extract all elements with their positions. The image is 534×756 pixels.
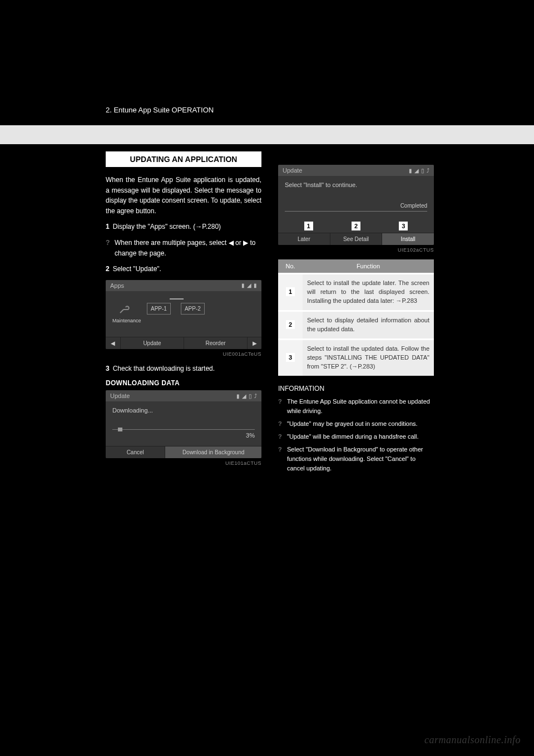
- callout-3-icon: 3: [399, 222, 408, 230]
- screenshot-downloading-id: UIE101aCTUS: [106, 460, 261, 466]
- status-icons: ▮ ◢ ▯ ⤴: [409, 168, 429, 174]
- progress-bar: [112, 429, 255, 430]
- screenshot-downloading-titlebar: Update ▮ ◢ ▯ ⤴: [106, 390, 261, 401]
- step-2-text: Select "Update".: [113, 264, 261, 274]
- left-column: UPDATING AN APPLICATION When the Entune …: [106, 151, 261, 477]
- breadcrumb: 2. Entune App Suite OPERATION: [106, 106, 214, 114]
- apps-reorder-button[interactable]: Reorder: [184, 337, 247, 349]
- lock-icon: ▯: [421, 168, 424, 174]
- info-bullet-1: ? The Entune App Suite application canno…: [278, 397, 434, 416]
- bullet-icon: ?: [278, 397, 284, 416]
- app-tile-maintenance[interactable]: Maintenance: [112, 303, 137, 323]
- install-bottom-bar: Later See Detail Install: [278, 233, 434, 245]
- bullet-icon: ?: [278, 445, 284, 473]
- screenshot-apps-titlebar: Apps ▮ ◢ ▮: [106, 280, 261, 291]
- cancel-button[interactable]: Cancel: [106, 446, 165, 458]
- back-icon[interactable]: ⤴: [254, 393, 257, 399]
- signal-icon: ◢: [242, 393, 246, 399]
- callout-1-icon: 1: [304, 222, 313, 230]
- row-1-icon: 1: [286, 287, 295, 296]
- apps-bottom-bar: ◀ Update Reorder ▶: [106, 337, 261, 349]
- header-bar: [0, 92, 534, 125]
- row-3-icon: 3: [286, 353, 295, 362]
- function-table: No. Function 1 Select to install the upd…: [278, 259, 434, 376]
- row-1-text: Select to install the update later. The …: [303, 274, 434, 311]
- table-row: 1 Select to install the update later. Th…: [278, 274, 434, 311]
- content: UPDATING AN APPLICATION When the Entune …: [106, 151, 434, 477]
- row-2-text: Select to display detailed information a…: [303, 311, 434, 339]
- header-no: No.: [278, 259, 303, 274]
- step-3: 3 Check that downloading is started.: [106, 364, 261, 374]
- info-2-text: "Update" may be grayed out in some condi…: [287, 419, 418, 429]
- bullet-multiple-pages: ? When there are multiple pages, select …: [106, 238, 261, 258]
- function-table-header: No. Function: [278, 259, 434, 274]
- downloading-subhead: DOWNLOADING DATA: [106, 379, 261, 387]
- information-bullets: ? The Entune App Suite application canno…: [278, 397, 434, 473]
- apps-prev-button[interactable]: ◀: [106, 337, 120, 349]
- battery-icon: ▮: [236, 393, 240, 399]
- tab-indicator: [170, 297, 197, 300]
- information-heading: INFORMATION: [278, 385, 434, 392]
- bullet-text: When there are multiple pages, select ◀ …: [115, 238, 261, 258]
- right-column: Update ▮ ◢ ▯ ⤴ Select "Install" to conti…: [278, 151, 434, 477]
- later-button[interactable]: Later: [278, 233, 330, 245]
- bullet-icon: ?: [278, 432, 284, 441]
- info-bullet-2: ? "Update" may be grayed out in some con…: [278, 419, 434, 429]
- status-icons: ▮ ◢ ▯ ⤴: [236, 393, 257, 399]
- back-icon[interactable]: ⤴: [427, 168, 429, 174]
- step-3-number: 3: [106, 364, 110, 374]
- bullet-icon: ?: [106, 238, 111, 258]
- info-1-text: The Entune App Suite application cannot …: [287, 397, 434, 416]
- screenshot-apps-title: Apps: [110, 282, 124, 289]
- step-3-text: Check that downloading is started.: [113, 364, 261, 374]
- row-2-icon: 2: [286, 320, 295, 329]
- apps-next-button[interactable]: ▶: [247, 337, 261, 349]
- install-message: Select "Install" to continue.: [285, 181, 427, 188]
- app-tile-app1[interactable]: APP-1: [147, 303, 171, 315]
- header-function: Function: [303, 259, 434, 274]
- screenshot-downloading-title: Update: [110, 392, 130, 399]
- step-2-number: 2: [106, 264, 110, 274]
- screenshot-apps-id: UIE001aCTeUS: [106, 351, 261, 357]
- info-bullet-3: ? "Update" will be dimmed during a hands…: [278, 432, 434, 441]
- download-background-button[interactable]: Download in Background: [165, 446, 261, 458]
- screenshot-apps: Apps ▮ ◢ ▮: [106, 280, 261, 349]
- bullet-icon: ?: [278, 419, 284, 429]
- downloading-bottom-bar: Cancel Download in Background: [106, 446, 261, 458]
- maintenance-label: Maintenance: [112, 318, 137, 323]
- callout-2-icon: 2: [352, 222, 360, 230]
- page-number-bar: [0, 125, 534, 144]
- progress-percent: 3%: [112, 432, 255, 439]
- signal-icon: ◢: [414, 168, 419, 174]
- install-button[interactable]: Install: [382, 233, 434, 245]
- intro-text: When the Entune App Suite application is…: [106, 175, 261, 216]
- maintenance-icon: [116, 303, 133, 316]
- step-2: 2 Select "Update".: [106, 264, 261, 274]
- app-tile-app2[interactable]: APP-2: [181, 303, 205, 315]
- screenshot-install-id: UIE102aCTUS: [278, 247, 434, 253]
- apps-update-button[interactable]: Update: [120, 337, 184, 349]
- info-3-text: "Update" will be dimmed during a handsfr…: [287, 432, 419, 441]
- lock-icon: ▯: [249, 393, 252, 399]
- downloading-label: Downloading...: [112, 407, 255, 414]
- table-row: 2 Select to display detailed information…: [278, 311, 434, 339]
- section-title: UPDATING AN APPLICATION: [106, 151, 261, 167]
- battery-icon: ▮: [409, 168, 412, 174]
- watermark: carmanualsonline.info: [424, 734, 521, 746]
- screenshot-install-titlebar: Update ▮ ◢ ▯ ⤴: [278, 165, 434, 176]
- completed-line: [285, 211, 427, 212]
- battery-icon: ▮: [241, 282, 245, 288]
- info-4-text: Select "Download in Background" to opera…: [287, 445, 434, 473]
- screenshot-downloading: Update ▮ ◢ ▯ ⤴ Downloading... 3%: [106, 390, 261, 458]
- step-1-number: 1: [106, 222, 110, 232]
- screenshot-install: Update ▮ ◢ ▯ ⤴ Select "Install" to conti…: [278, 165, 434, 245]
- step-1: 1 Display the "Apps" screen. (→P.280): [106, 222, 261, 232]
- signal-icon: ◢: [247, 282, 251, 288]
- table-row: 3 Select to install the updated data. Fo…: [278, 339, 434, 375]
- see-detail-button[interactable]: See Detail: [330, 233, 382, 245]
- row-3-text: Select to install the updated data. Foll…: [303, 339, 434, 375]
- completed-label: Completed: [285, 203, 427, 209]
- info-bullet-4: ? Select "Download in Background" to ope…: [278, 445, 434, 473]
- status-icons: ▮ ◢ ▮: [241, 282, 257, 288]
- page: 2. Entune App Suite OPERATION UPDATING A…: [0, 0, 534, 756]
